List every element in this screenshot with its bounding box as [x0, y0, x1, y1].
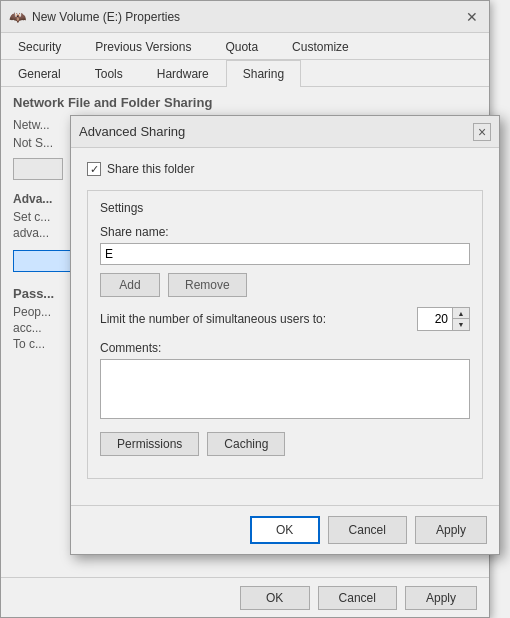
- tab-quota[interactable]: Quota: [208, 33, 275, 60]
- share-folder-checkbox[interactable]: ✓: [87, 162, 101, 176]
- modal-close-button[interactable]: ×: [473, 123, 491, 141]
- caching-button[interactable]: Caching: [207, 432, 285, 456]
- share-folder-label: Share this folder: [107, 162, 194, 176]
- share-name-input[interactable]: [100, 243, 470, 265]
- advanced-sharing-dialog: Advanced Sharing × ✓ Share this folder S…: [70, 115, 500, 555]
- permissions-caching-row: Permissions Caching: [100, 432, 470, 456]
- share-button-placeholder: [13, 158, 63, 180]
- modal-ok-button[interactable]: OK: [250, 516, 320, 544]
- bg-close-icon[interactable]: ✕: [463, 8, 481, 26]
- settings-group: Settings Share name: Add Remove Limit th…: [87, 190, 483, 479]
- modal-body: ✓ Share this folder Settings Share name:…: [71, 148, 499, 505]
- bg-titlebar: 🦇 New Volume (E:) Properties ✕: [1, 1, 489, 33]
- advanced-text: Adva...: [13, 192, 52, 206]
- bg-titlebar-left: 🦇 New Volume (E:) Properties: [9, 9, 180, 25]
- bg-bottom-buttons: OK Cancel Apply: [1, 577, 489, 617]
- modal-cancel-button[interactable]: Cancel: [328, 516, 407, 544]
- tab-hardware[interactable]: Hardware: [140, 60, 226, 87]
- add-button[interactable]: Add: [100, 273, 160, 297]
- tab-general[interactable]: General: [1, 60, 78, 87]
- app-icon: 🦇: [9, 9, 26, 25]
- bg-tabs-row1: Security Previous Versions Quota Customi…: [1, 33, 489, 60]
- comments-textarea[interactable]: [100, 359, 470, 419]
- checkbox-check-icon: ✓: [90, 163, 99, 176]
- modal-titlebar: Advanced Sharing ×: [71, 116, 499, 148]
- tab-security[interactable]: Security: [1, 33, 78, 60]
- modal-footer: OK Cancel Apply: [71, 505, 499, 554]
- permissions-button[interactable]: Permissions: [100, 432, 199, 456]
- spinner-up-button[interactable]: ▲: [453, 308, 469, 319]
- tab-previous-versions[interactable]: Previous Versions: [78, 33, 208, 60]
- bg-window-title: New Volume (E:) Properties: [32, 10, 180, 24]
- tab-sharing[interactable]: Sharing: [226, 60, 301, 87]
- remove-button[interactable]: Remove: [168, 273, 247, 297]
- modal-apply-button[interactable]: Apply: [415, 516, 487, 544]
- bg-ok-button[interactable]: OK: [240, 586, 310, 610]
- share-name-label: Share name:: [100, 225, 470, 239]
- limit-row: Limit the number of simultaneous users t…: [100, 307, 470, 331]
- user-limit-spinner: ▲ ▼: [417, 307, 470, 331]
- comments-label: Comments:: [100, 341, 470, 355]
- tab-tools[interactable]: Tools: [78, 60, 140, 87]
- settings-legend: Settings: [100, 201, 470, 215]
- network-sharing-title: Network File and Folder Sharing: [13, 95, 477, 110]
- share-folder-row: ✓ Share this folder: [87, 162, 483, 176]
- add-remove-row: Add Remove: [100, 273, 470, 297]
- tab-customize[interactable]: Customize: [275, 33, 366, 60]
- bg-cancel-button[interactable]: Cancel: [318, 586, 397, 610]
- bg-apply-button[interactable]: Apply: [405, 586, 477, 610]
- modal-title: Advanced Sharing: [79, 124, 185, 139]
- bg-tabs-row2: General Tools Hardware Sharing: [1, 60, 489, 87]
- user-limit-input[interactable]: [418, 308, 452, 330]
- spinner-controls: ▲ ▼: [452, 308, 469, 330]
- spinner-down-button[interactable]: ▼: [453, 319, 469, 330]
- limit-label: Limit the number of simultaneous users t…: [100, 312, 409, 326]
- share-name-row: Share name:: [100, 225, 470, 265]
